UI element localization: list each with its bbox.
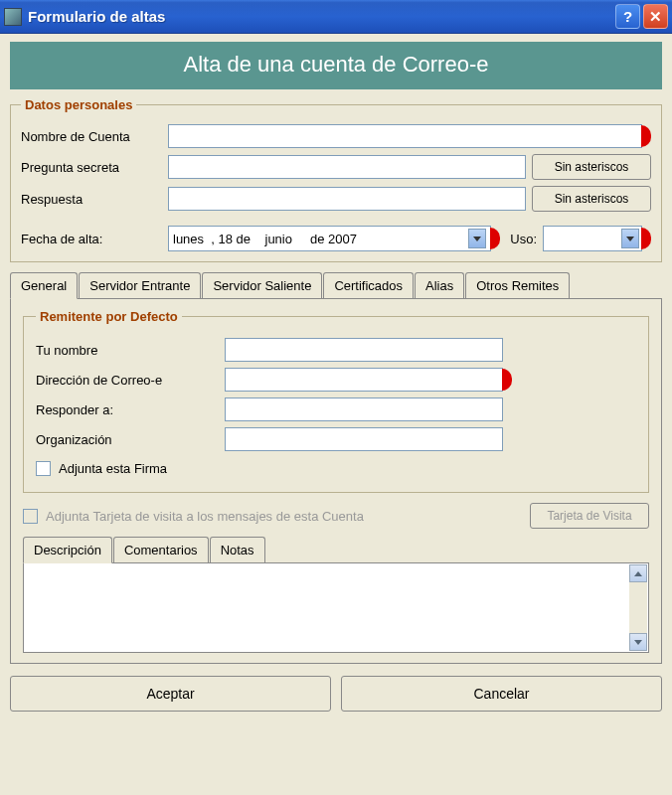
scrollbar[interactable] (629, 564, 647, 651)
subtab-notes[interactable]: Notas (210, 537, 265, 562)
tab-certificates[interactable]: Certificados (323, 272, 414, 298)
tab-outgoing-server[interactable]: Servidor Saliente (202, 272, 322, 298)
tab-other-senders[interactable]: Otros Remites (465, 272, 570, 298)
banner-title: Alta de una cuenta de Correo-e (10, 42, 662, 89)
titlebar: Formulario de altas ? ✕ (0, 0, 672, 34)
cancel-button[interactable]: Cancelar (341, 676, 662, 712)
attach-signature-checkbox[interactable] (36, 461, 51, 476)
app-icon (4, 8, 22, 26)
help-button[interactable]: ? (615, 4, 640, 29)
tab-alias[interactable]: Alias (415, 272, 464, 298)
accept-button[interactable]: Aceptar (10, 676, 331, 712)
secret-question-input[interactable] (168, 155, 526, 179)
secret-question-label: Pregunta secreta (21, 160, 168, 175)
signup-date-label: Fecha de alta: (21, 232, 168, 246)
sub-tabstrip: Descripción Comentarios Notas (23, 537, 649, 563)
organization-input[interactable] (225, 427, 503, 451)
main-tabstrip: General Servidor Entrante Servidor Salie… (10, 272, 662, 299)
subtab-description[interactable]: Descripción (23, 537, 112, 563)
default-sender-legend: Remitente por Defecto (36, 309, 182, 324)
required-marker-icon (641, 228, 651, 249)
email-address-label: Dirección de Correo-e (36, 373, 225, 388)
window-body: Alta de una cuenta de Correo-e Datos per… (0, 34, 672, 721)
reply-to-input[interactable] (225, 398, 503, 421)
date-dropdown-icon[interactable] (468, 229, 486, 248)
signup-date-value: lunes , 18 de junio de 2007 (173, 232, 464, 246)
required-marker-icon (641, 125, 651, 147)
uso-dropdown-icon[interactable] (621, 229, 639, 248)
scroll-up-icon[interactable] (629, 564, 647, 582)
close-button[interactable]: ✕ (643, 4, 668, 29)
no-asterisks-button-2[interactable]: Sin asteriscos (532, 186, 651, 212)
answer-label: Respuesta (21, 192, 168, 207)
uso-dropdown[interactable] (543, 226, 642, 251)
your-name-label: Tu nombre (36, 343, 225, 358)
attach-signature-label: Adjunta esta Firma (59, 461, 167, 476)
attach-vcard-checkbox (23, 509, 38, 524)
window-title: Formulario de altas (28, 8, 612, 25)
your-name-input[interactable] (225, 338, 503, 362)
no-asterisks-button-1[interactable]: Sin asteriscos (532, 154, 651, 180)
account-name-label: Nombre de Cuenta (21, 129, 168, 144)
tab-general[interactable]: General (10, 272, 78, 299)
reply-to-label: Responder a: (36, 402, 225, 417)
tab-general-body: Remitente por Defecto Tu nombre Direcció… (10, 299, 662, 664)
email-address-input[interactable] (225, 368, 503, 392)
default-sender-fieldset: Remitente por Defecto Tu nombre Direcció… (23, 309, 649, 493)
footer-buttons: Aceptar Cancelar (10, 676, 662, 712)
organization-label: Organización (36, 432, 225, 447)
required-marker-icon (502, 369, 512, 391)
answer-input[interactable] (168, 187, 526, 211)
required-marker-icon (490, 228, 500, 249)
account-name-input[interactable] (168, 124, 642, 148)
tab-incoming-server[interactable]: Servidor Entrante (79, 272, 201, 298)
signup-date-picker[interactable]: lunes , 18 de junio de 2007 (168, 226, 491, 251)
subtab-comments[interactable]: Comentarios (113, 537, 209, 562)
vcard-button: Tarjeta de Visita (530, 503, 649, 529)
scroll-down-icon[interactable] (629, 633, 647, 651)
description-textarea[interactable] (23, 563, 649, 653)
personal-legend: Datos personales (21, 97, 136, 112)
attach-vcard-label: Adjunta Tarjeta de visita a los mensajes… (46, 509, 524, 524)
personal-data-fieldset: Datos personales Nombre de Cuenta Pregun… (10, 97, 662, 262)
uso-label: Uso: (510, 232, 537, 246)
